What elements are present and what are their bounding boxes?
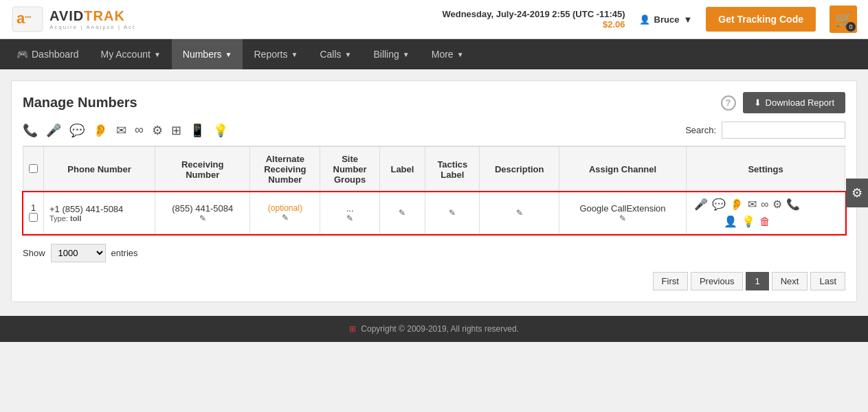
col-site-number-groups: SiteNumberGroups: [320, 147, 379, 192]
toolbar: 📞 🎤 💬 👂 ✉ ∞ ⚙ ⊞ 📱 💡 Search:: [23, 122, 845, 146]
pagination-next[interactable]: Next: [772, 272, 808, 290]
user-name: Bruce: [654, 14, 680, 25]
footer-text: Copyright © 2009-2019, All rights reserv…: [361, 324, 519, 334]
nav-reports[interactable]: Reports ▼: [243, 39, 309, 69]
page-gear-icon[interactable]: ⚙: [846, 179, 868, 207]
cart-icon[interactable]: 🛒 0: [830, 5, 857, 33]
download-btn-label: Download Report: [766, 98, 834, 108]
col-receiving-number: ReceivingNumber: [155, 147, 250, 192]
nav-numbers-label: Numbers: [183, 49, 222, 60]
description-edit-icon[interactable]: ✎: [485, 208, 553, 218]
phone-tracking-icon[interactable]: 📞: [23, 123, 38, 138]
dashboard-icon: 🎮: [16, 49, 28, 60]
col-checkbox: [23, 147, 44, 192]
settings-icon[interactable]: ⚙: [152, 123, 163, 138]
settings-person-icon[interactable]: 👤: [724, 215, 737, 228]
header-right: ? ⬇ Download Report: [721, 92, 845, 113]
logo-area: a ••• AVIDTRAK Acquire | Analyze | Act: [11, 5, 135, 33]
email-icon[interactable]: ✉: [116, 123, 126, 138]
tactics-edit-icon[interactable]: ✎: [431, 208, 474, 218]
settings-gear-icon[interactable]: ⚙: [772, 198, 782, 211]
site-groups-edit-icon[interactable]: ✎: [326, 214, 373, 223]
show-section: Show 10 25 50 100 250 500 1000 entries: [23, 244, 845, 262]
col-phone-number: Phone Number: [44, 147, 155, 192]
nav-dashboard[interactable]: 🎮 Dashboard: [5, 39, 90, 69]
nav-bar: 🎮 Dashboard My Account ▼ Numbers ▼ Repor…: [0, 39, 868, 69]
col-tactics-label: TacticsLabel: [425, 147, 480, 192]
nav-myaccount[interactable]: My Account ▼: [90, 39, 172, 69]
assign-channel-edit-icon[interactable]: ✎: [565, 214, 680, 223]
billing-caret: ▼: [403, 51, 410, 58]
pagination-current[interactable]: 1: [746, 272, 768, 290]
receiving-number-text: (855) 441-5084: [161, 203, 244, 214]
phone-number-text: +1 (855) 441-5084: [49, 204, 149, 214]
assign-channel-text: Google CallExtension: [565, 203, 680, 214]
nav-billing-label: Billing: [373, 49, 399, 60]
select-all-checkbox[interactable]: [29, 164, 38, 173]
settings-ear-icon[interactable]: 👂: [730, 198, 744, 211]
settings-chat-icon[interactable]: 💬: [712, 198, 726, 211]
tracking-code-button[interactable]: Get Tracking Code: [706, 7, 816, 32]
numbers-table: Phone Number ReceivingNumber AlternateRe…: [23, 146, 845, 234]
pagination-first[interactable]: First: [653, 272, 688, 290]
settings-email-icon[interactable]: ✉: [748, 198, 757, 211]
nav-dashboard-label: Dashboard: [32, 49, 79, 60]
nav-myaccount-label: My Account: [101, 49, 151, 60]
site-groups-text: ...: [326, 203, 373, 214]
user-menu[interactable]: 👤 Bruce ▼: [639, 14, 693, 25]
bulb-icon[interactable]: 💡: [213, 123, 228, 138]
cart-badge: 0: [846, 22, 856, 32]
microphone-icon[interactable]: 🎤: [46, 123, 61, 138]
cell-phone-number: +1 (855) 441-5084 Type: toll: [44, 192, 155, 234]
phone-id-icon[interactable]: 📱: [190, 123, 205, 138]
download-icon: ⬇: [754, 98, 761, 108]
pagination: First Previous 1 Next Last: [23, 272, 845, 290]
cell-site-groups: ... ✎: [320, 192, 379, 234]
settings-icons: 🎤 💬 👂 ✉ ∞ ⚙ 📞 👤 💡 🗑: [692, 198, 802, 228]
help-icon[interactable]: ?: [721, 95, 736, 111]
grid-icon[interactable]: ⊞: [171, 123, 181, 138]
table-row: 1 +1 (855) 441-5084 Type: toll (855) 441…: [23, 192, 845, 234]
nav-billing[interactable]: Billing ▼: [362, 39, 420, 69]
label-edit-icon[interactable]: ✎: [386, 208, 419, 218]
brand-name: AVIDTRAK: [49, 8, 135, 24]
download-report-button[interactable]: ⬇ Download Report: [743, 92, 845, 113]
nav-more[interactable]: More ▼: [421, 39, 475, 69]
chat-icon[interactable]: 💬: [69, 123, 85, 138]
settings-mic-icon[interactable]: 🎤: [694, 198, 708, 211]
infinite-icon[interactable]: ∞: [135, 123, 144, 137]
numbers-caret: ▼: [225, 51, 232, 58]
pagination-previous[interactable]: Previous: [691, 272, 744, 290]
page-title: Manage Numbers: [23, 95, 137, 111]
phone-type-text: Type: toll: [49, 214, 149, 222]
show-select[interactable]: 10 25 50 100 250 500 1000: [51, 244, 106, 262]
cell-description: ✎: [480, 192, 559, 234]
cell-label: ✎: [379, 192, 425, 234]
nav-more-label: More: [432, 49, 454, 60]
cell-assign-channel: Google CallExtension ✎: [559, 192, 686, 234]
nav-calls[interactable]: Calls ▼: [309, 39, 362, 69]
balance-text: $2.06: [442, 19, 625, 30]
toolbar-left: 📞 🎤 💬 👂 ✉ ∞ ⚙ ⊞ 📱 💡: [23, 123, 228, 138]
pagination-last[interactable]: Last: [810, 272, 845, 290]
datetime-display: Wednesday, July-24-2019 2:55 (UTC -11:45…: [442, 9, 625, 30]
row-checkbox[interactable]: [29, 213, 38, 222]
svg-text:•••: •••: [25, 14, 31, 21]
settings-phone-icon[interactable]: 📞: [786, 198, 800, 211]
alternate-optional-text: (optional): [256, 203, 314, 213]
main-content: Manage Numbers ? ⬇ Download Report 📞 🎤 💬…: [11, 80, 857, 302]
cell-receiving-number: (855) 441-5084 ✎: [155, 192, 250, 234]
ear-icon[interactable]: 👂: [93, 123, 108, 138]
footer: ⊞ Copyright © 2009-2019, All rights rese…: [0, 316, 868, 342]
col-settings: Settings: [687, 147, 845, 192]
settings-infinite-icon[interactable]: ∞: [761, 198, 768, 211]
nav-reports-label: Reports: [254, 49, 287, 60]
nav-numbers[interactable]: Numbers ▼: [172, 39, 243, 69]
myaccount-caret: ▼: [154, 51, 161, 58]
receiving-number-edit-icon[interactable]: ✎: [161, 214, 244, 223]
settings-delete-icon[interactable]: 🗑: [759, 216, 770, 228]
search-input[interactable]: [722, 122, 845, 139]
alternate-edit-icon[interactable]: ✎: [256, 213, 314, 222]
settings-bulb-icon[interactable]: 💡: [742, 215, 755, 228]
brand-sub: Acquire | Analyze | Act: [49, 24, 135, 30]
